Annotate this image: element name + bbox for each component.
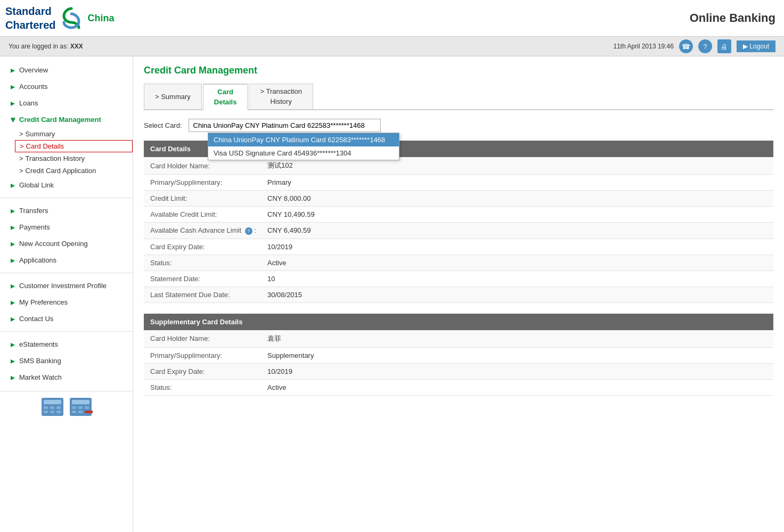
- detail-value: CNY 8,000.00: [267, 194, 311, 202]
- calculator-icon-2[interactable]: [69, 397, 93, 419]
- table-row: Status: Active: [144, 255, 773, 271]
- sidebar-item-credit-card[interactable]: ▾ Credit Card Management: [0, 111, 133, 128]
- sidebar-divider-1: [0, 198, 133, 198]
- sidebar-sub-transaction-history[interactable]: > Transaction History: [15, 152, 133, 165]
- sidebar-item-contact[interactable]: ▸ Contact Us: [0, 310, 133, 327]
- detail-label: Credit Limit:: [150, 194, 267, 202]
- layout: ▸ Overview ▸ Accounts ▸ Loans ▾ Credit C…: [0, 56, 784, 532]
- sidebar-item-sms-banking[interactable]: ▸ SMS Banking: [0, 353, 133, 369]
- help-icon[interactable]: ?: [698, 39, 712, 53]
- sidebar-section-estatements: ▸ eStatements ▸ SMS Banking ▸ Market Wat…: [0, 336, 133, 386]
- supplementary-card-section: Supplementary Card Details Card Holder N…: [144, 314, 773, 396]
- detail-value: 30/08/2015: [267, 291, 302, 299]
- detail-value: Active: [267, 259, 286, 267]
- sidebar-divider-2: [0, 273, 133, 273]
- sidebar-sub-credit-card-app[interactable]: > Credit Card Application: [15, 165, 133, 177]
- sidebar-sub-credit: > Summary > Card Details > Transaction H…: [0, 128, 133, 177]
- sidebar-item-global-link[interactable]: ▸ Global Link: [0, 177, 133, 193]
- table-row: Card Holder Name: 袁菲: [144, 330, 773, 348]
- bullet-icon: ▸: [11, 297, 15, 307]
- logo-china: China: [87, 13, 114, 24]
- dropdown-item-2[interactable]: Visa USD Signature Card 454936*******130…: [208, 146, 399, 160]
- sidebar-item-overview[interactable]: ▸ Overview: [0, 62, 133, 78]
- arrow-icon: >: [19, 130, 23, 138]
- svg-rect-13: [72, 411, 76, 413]
- detail-value: 测试102: [267, 161, 293, 170]
- table-row: Statement Date: 10: [144, 271, 773, 287]
- sidebar-item-new-account[interactable]: ▸ New Account Opening: [0, 235, 133, 252]
- phone-icon[interactable]: ☎: [679, 39, 693, 53]
- login-status: You are logged in as: XXX: [9, 43, 83, 50]
- detail-label: Statement Date:: [150, 275, 267, 283]
- dropdown-item-1[interactable]: China UnionPay CNY Platinum Card 622583*…: [208, 133, 399, 146]
- select-card-label: Select Card:: [144, 121, 182, 129]
- online-banking-title: Online Banking: [690, 11, 775, 25]
- help-tooltip-icon[interactable]: ?: [245, 227, 252, 235]
- logout-button[interactable]: ▶ Logout: [737, 40, 775, 52]
- svg-rect-4: [56, 406, 61, 409]
- table-row: Credit Limit: CNY 8,000.00: [144, 191, 773, 207]
- calculator-icon-1[interactable]: [40, 397, 64, 419]
- supplementary-header: Supplementary Card Details: [144, 314, 773, 330]
- sidebar-section-main: ▸ Overview ▸ Accounts ▸ Loans ▾ Credit C…: [0, 62, 133, 193]
- sidebar-item-investment-profile[interactable]: ▸ Customer Investment Profile: [0, 277, 133, 294]
- table-row: Status: Active: [144, 380, 773, 396]
- bullet-icon: ▸: [11, 356, 15, 366]
- svg-rect-10: [72, 406, 76, 409]
- detail-label: Status:: [150, 383, 267, 391]
- sidebar-bottom-icons: [0, 391, 133, 424]
- sidebar-sub-summary[interactable]: > Summary: [15, 128, 133, 140]
- sidebar-item-loans[interactable]: ▸ Loans: [0, 95, 133, 111]
- detail-label: Primary/Supplimentary:: [150, 178, 267, 186]
- bullet-icon: ▸: [11, 222, 15, 232]
- detail-value: 10: [267, 275, 275, 283]
- print-icon[interactable]: 🖨: [717, 39, 731, 53]
- svg-rect-6: [50, 411, 54, 413]
- table-row: Primary/Supplimentary: Supplementary: [144, 348, 773, 364]
- sub-header: You are logged in as: XXX 11th April 201…: [0, 37, 784, 56]
- sidebar-section-profile: ▸ Customer Investment Profile ▸ My Prefe…: [0, 277, 133, 327]
- sidebar-item-transfers[interactable]: ▸ Transfers: [0, 202, 133, 219]
- card-select-wrapper[interactable]: China UnionPay CNY Platinum Card 622583*…: [189, 119, 381, 132]
- main-content: Credit Card Management > Summary Card De…: [133, 56, 784, 532]
- header: Standard Chartered China Online Banking: [0, 0, 784, 37]
- tab-card-details[interactable]: Card Details: [203, 84, 248, 110]
- sidebar-item-applications[interactable]: ▸ Applications: [0, 252, 133, 268]
- sidebar-item-accounts[interactable]: ▸ Accounts: [0, 78, 133, 95]
- svg-rect-11: [78, 406, 83, 409]
- bullet-icon: ▸: [11, 98, 15, 108]
- sidebar-item-market-watch[interactable]: ▸ Market Watch: [0, 369, 133, 386]
- sidebar-item-estatements[interactable]: ▸ eStatements: [0, 336, 133, 353]
- bullet-icon: ▾: [11, 114, 15, 125]
- svg-rect-1: [44, 400, 61, 404]
- logo-text: Standard Chartered: [5, 4, 55, 32]
- sidebar-item-preferences[interactable]: ▸ My Preferences: [0, 294, 133, 310]
- table-row: Available Credit Limit: CNY 10,490.59: [144, 207, 773, 223]
- tab-summary[interactable]: > Summary: [144, 84, 202, 109]
- detail-label: Card Holder Name:: [150, 334, 267, 342]
- detail-label: Available Cash Advance Limit ? :: [150, 226, 267, 235]
- svg-rect-7: [56, 411, 61, 413]
- svg-rect-9: [72, 400, 89, 404]
- table-row: Primary/Supplimentary: Primary: [144, 175, 773, 191]
- card-select[interactable]: China UnionPay CNY Platinum Card 622583*…: [189, 119, 381, 132]
- arrow-icon: >: [19, 167, 23, 175]
- detail-value: 10/2019: [267, 367, 292, 375]
- logo-area: Standard Chartered China: [5, 4, 115, 32]
- detail-value: 10/2019: [267, 243, 292, 251]
- table-row: Last Statement Due Date: 30/08/2015: [144, 287, 773, 303]
- svg-rect-2: [44, 406, 48, 409]
- svg-rect-14: [78, 411, 83, 413]
- bullet-icon: ▸: [11, 81, 15, 92]
- bullet-icon: ▸: [11, 180, 15, 190]
- bullet-icon: ▸: [11, 65, 15, 75]
- card-dropdown[interactable]: China UnionPay CNY Platinum Card 622583*…: [208, 133, 399, 160]
- page-title: Credit Card Management: [144, 65, 773, 76]
- sidebar-sub-card-details[interactable]: > Card Details: [15, 140, 133, 152]
- sidebar-item-payments[interactable]: ▸ Payments: [0, 219, 133, 235]
- bullet-icon: ▸: [11, 314, 15, 324]
- tab-transaction-history[interactable]: > Transaction History: [249, 84, 313, 109]
- table-row: Card Expiry Date: 10/2019: [144, 239, 773, 255]
- svg-rect-3: [50, 406, 54, 409]
- detail-value: CNY 6,490.59: [267, 226, 311, 234]
